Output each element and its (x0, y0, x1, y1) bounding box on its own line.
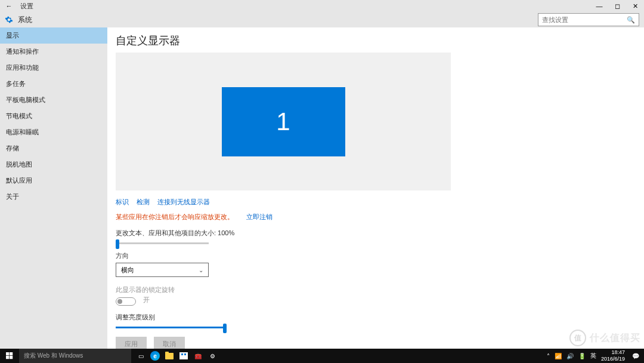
sidebar-item-apps[interactable]: 应用和功能 (0, 60, 107, 76)
explorer-icon[interactable] (162, 349, 177, 363)
watermark-icon: 值 (569, 330, 586, 346)
page-title: 自定义显示器 (116, 33, 636, 48)
sidebar-item-storage[interactable]: 存储 (0, 140, 107, 156)
tray-ime[interactable]: 英 (590, 352, 596, 360)
display-links: 标识 检测 连接到无线显示器 (116, 198, 636, 207)
tray-network-icon[interactable]: 📶 (555, 353, 562, 359)
rotation-lock-label: 此显示器的锁定旋转 (116, 285, 636, 294)
detect-link[interactable]: 检测 (137, 198, 150, 205)
action-center-icon[interactable]: 💬 (632, 353, 639, 359)
sidebar-item-power[interactable]: 电源和睡眠 (0, 124, 107, 140)
tray-volume-icon[interactable]: 🔊 (566, 353, 574, 359)
display-preview[interactable]: 1 (116, 53, 451, 190)
window-title: 设置 (18, 2, 590, 11)
close-button[interactable]: ✕ (626, 2, 644, 10)
tray-battery-icon[interactable]: 🔋 (578, 353, 586, 359)
wireless-link[interactable]: 连接到无线显示器 (157, 198, 210, 205)
svg-rect-2 (6, 356, 9, 359)
app-icon-1[interactable]: 🧰 (191, 349, 205, 363)
search-box[interactable]: 🔍 (538, 13, 639, 26)
store-icon[interactable] (177, 349, 191, 363)
chevron-down-icon: ⌄ (199, 267, 203, 273)
header-category: 系统 (18, 15, 32, 25)
sidebar-item-about[interactable]: 关于 (0, 189, 107, 205)
brightness-slider[interactable] (116, 327, 227, 328)
watermark: 值 什么值得买 (569, 330, 640, 346)
signout-link[interactable]: 立即注销 (246, 213, 273, 220)
taskbar-clock[interactable]: 18:47 2016/6/19 (601, 349, 627, 362)
scaling-warning: 某些应用在你注销后才会响应缩放更改。 立即注销 (116, 213, 636, 222)
svg-rect-3 (10, 356, 13, 359)
search-icon: 🔍 (627, 16, 635, 24)
window-titlebar: ← 设置 — ◻ ✕ (0, 0, 644, 12)
rotation-lock-toggle (116, 297, 136, 306)
identify-link[interactable]: 标识 (116, 198, 129, 205)
sidebar: 显示 通知和操作 应用和功能 多任务 平板电脑模式 节电模式 电源和睡眠 存储 … (0, 27, 107, 349)
edge-icon[interactable]: e (148, 349, 162, 363)
settings-icon[interactable]: ⚙ (205, 349, 219, 363)
sidebar-item-display[interactable]: 显示 (0, 27, 107, 44)
svg-rect-1 (10, 352, 13, 355)
brightness-label: 调整亮度级别 (116, 313, 636, 322)
sidebar-item-battery[interactable]: 节电模式 (0, 108, 107, 124)
watermark-text: 什么值得买 (590, 332, 640, 344)
scale-slider[interactable] (116, 242, 209, 244)
maximize-button[interactable]: ◻ (608, 2, 626, 10)
back-button[interactable]: ← (0, 2, 18, 10)
svg-rect-0 (6, 352, 9, 355)
orientation-dropdown[interactable]: 横向 ⌄ (116, 263, 209, 277)
taskbar-search[interactable]: 搜索 Web 和 Windows (19, 349, 131, 363)
scale-label: 更改文本、应用和其他项目的大小: 100% (116, 229, 636, 238)
main-content: 自定义显示器 1 标识 检测 连接到无线显示器 某些应用在你注销后才会响应缩放更… (107, 27, 644, 349)
sidebar-item-default-apps[interactable]: 默认应用 (0, 173, 107, 189)
sidebar-item-maps[interactable]: 脱机地图 (0, 156, 107, 173)
sidebar-item-notifications[interactable]: 通知和操作 (0, 44, 107, 60)
apply-button: 应用 (116, 337, 147, 349)
minimize-button[interactable]: — (590, 2, 608, 10)
orientation-label: 方向 (116, 251, 636, 260)
settings-header: 系统 🔍 (0, 12, 644, 27)
gear-icon (0, 16, 18, 24)
search-input[interactable] (542, 16, 627, 23)
cancel-button: 取消 (154, 337, 185, 349)
sidebar-item-tablet[interactable]: 平板电脑模式 (0, 92, 107, 108)
monitor-1[interactable]: 1 (222, 87, 345, 156)
start-button[interactable] (0, 352, 19, 359)
tray-chevron-icon[interactable]: ˄ (547, 353, 550, 359)
task-view-icon[interactable]: ▭ (134, 349, 148, 363)
sidebar-item-multitask[interactable]: 多任务 (0, 76, 107, 92)
taskbar: 搜索 Web 和 Windows ▭ e 🧰 ⚙ ˄ 📶 🔊 🔋 英 18:47… (0, 349, 644, 363)
